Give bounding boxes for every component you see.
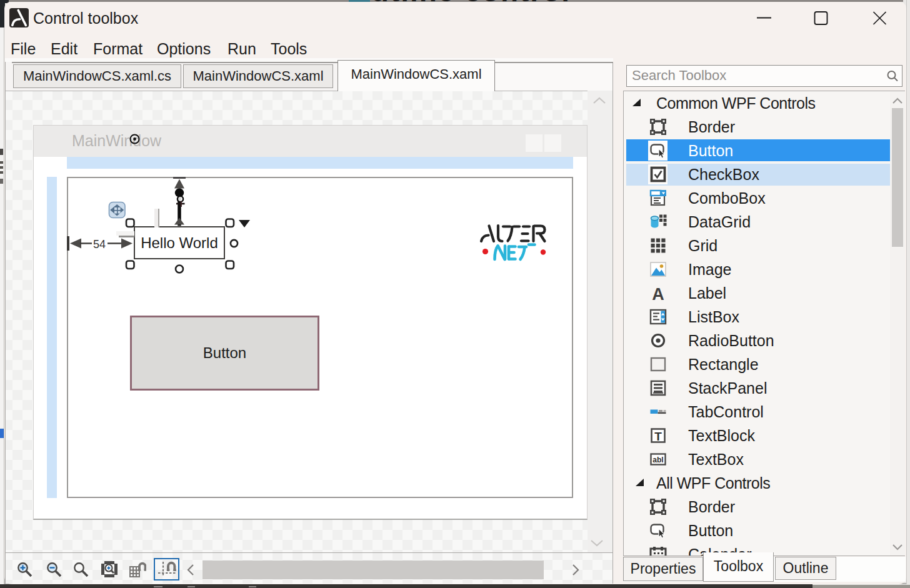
svg-text:abl: abl — [652, 456, 663, 464]
svg-text:A: A — [652, 285, 664, 302]
svg-text:T: T — [654, 430, 662, 443]
svg-text:54: 54 — [93, 238, 106, 251]
